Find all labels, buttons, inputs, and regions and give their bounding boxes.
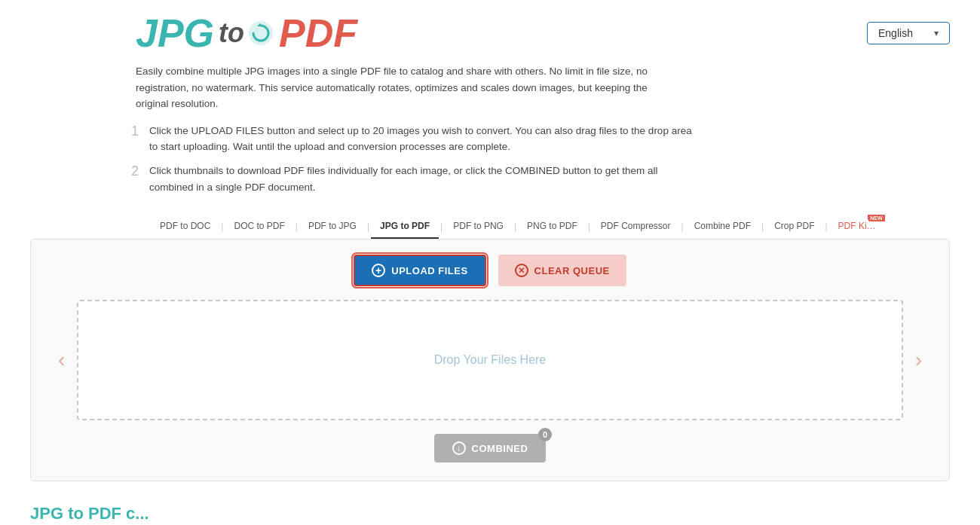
tabs-bar: PDF to DOC | DOC to PDF | PDF to JPG | J… bbox=[0, 215, 980, 239]
combined-button[interactable]: ↓ COMBINED 0 bbox=[434, 434, 547, 462]
logo-jpg: JPG bbox=[136, 14, 214, 53]
upload-icon: + bbox=[372, 264, 385, 277]
tab-crop-pdf[interactable]: Crop PDF bbox=[765, 215, 823, 239]
header: JPG to PDF English ▾ bbox=[0, 0, 980, 60]
language-label: English bbox=[878, 27, 913, 39]
drop-area[interactable]: Drop Your Files Here bbox=[77, 300, 902, 420]
upload-label: UPLOAD FILES bbox=[391, 265, 467, 276]
main-card: + UPLOAD FILES ✕ CLEAR QUEUE ‹ Drop Your… bbox=[30, 239, 950, 481]
drop-area-wrapper: ‹ Drop Your Files Here › bbox=[46, 300, 934, 420]
tab-png-to-pdf[interactable]: PNG to PDF bbox=[518, 215, 586, 239]
logo-to: to bbox=[219, 20, 274, 47]
tab-pdf-to-jpg[interactable]: PDF to JPG bbox=[299, 215, 366, 239]
card-toolbar: + UPLOAD FILES ✕ CLEAR QUEUE bbox=[46, 255, 934, 286]
tab-doc-to-pdf[interactable]: DOC to PDF bbox=[225, 215, 293, 239]
download-icon: ↓ bbox=[452, 441, 466, 455]
chevron-down-icon: ▾ bbox=[934, 28, 939, 38]
bottom-section-title: JPG to PDF c... bbox=[0, 496, 980, 523]
logo: JPG to PDF bbox=[136, 14, 357, 53]
logo-pdf: PDF bbox=[279, 14, 357, 53]
step-2-number: 2 bbox=[121, 163, 139, 179]
step-2-text: Click thumbnails to download PDF files i… bbox=[149, 163, 694, 195]
step-1-text: Click the UPLOAD FILES button and select… bbox=[149, 123, 694, 155]
combined-bar: ↓ COMBINED 0 bbox=[46, 434, 934, 462]
tab-combine-pdf[interactable]: Combine PDF bbox=[685, 215, 760, 239]
nav-right-button[interactable]: › bbox=[903, 348, 934, 372]
tab-jpg-to-pdf[interactable]: JPG to PDF bbox=[371, 215, 439, 239]
logo-arrow-icon bbox=[247, 20, 274, 47]
upload-files-button[interactable]: + UPLOAD FILES bbox=[354, 255, 485, 286]
combined-label: COMBINED bbox=[472, 443, 528, 454]
nav-left-button[interactable]: ‹ bbox=[46, 348, 77, 372]
description-text: Easily combine multiple JPG images into … bbox=[0, 60, 678, 123]
tab-pdf-kit-label: PDF Ki… bbox=[838, 221, 876, 231]
clear-label: CLEAR QUEUE bbox=[534, 265, 610, 276]
tab-pdf-to-doc[interactable]: PDF to DOC bbox=[151, 215, 219, 239]
clear-icon: ✕ bbox=[515, 264, 528, 277]
step-1: 1 Click the UPLOAD FILES button and sele… bbox=[121, 123, 694, 155]
tab-pdf-compressor[interactable]: PDF Compressor bbox=[592, 215, 680, 239]
drop-text: Drop Your Files Here bbox=[434, 353, 547, 367]
clear-queue-button[interactable]: ✕ CLEAR QUEUE bbox=[498, 255, 626, 286]
step-2: 2 Click thumbnails to download PDF files… bbox=[121, 163, 694, 195]
step-1-number: 1 bbox=[121, 123, 139, 139]
language-selector[interactable]: English ▾ bbox=[867, 22, 950, 44]
steps-list: 1 Click the UPLOAD FILES button and sele… bbox=[0, 123, 724, 215]
combined-badge: 0 bbox=[538, 428, 552, 441]
tab-pdf-to-png[interactable]: PDF to PNG bbox=[444, 215, 513, 239]
logo-to-text: to bbox=[219, 20, 244, 47]
tab-pdf-kit[interactable]: PDF Ki… NEW bbox=[829, 215, 885, 239]
pdf-kit-badge: NEW bbox=[868, 215, 884, 221]
